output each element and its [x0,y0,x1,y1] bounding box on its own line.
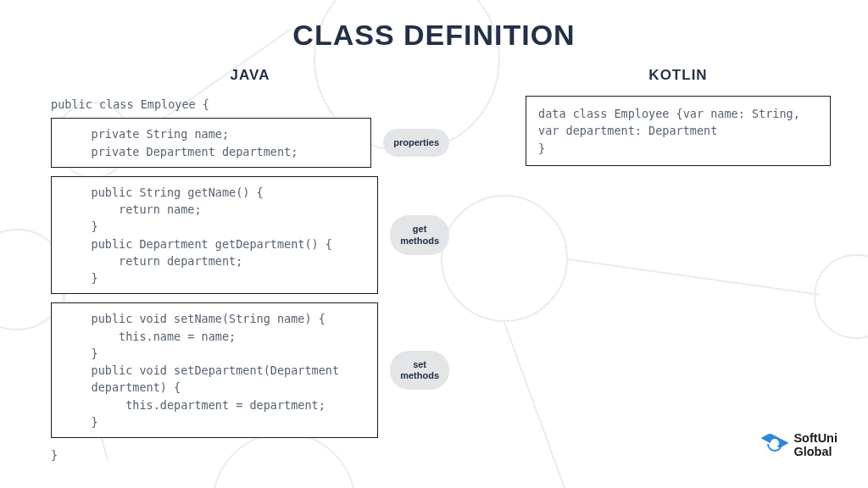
java-heading: JAVA [51,67,449,84]
brand-logo: SoftUni Global [763,432,837,459]
kotlin-code: data class Employee {var name: String, v… [526,96,831,166]
java-column: JAVA public class Employee { private Str… [51,67,449,463]
kotlin-column: KOTLIN data class Employee {var name: St… [526,67,831,166]
java-class-open: public class Employee { [51,96,449,113]
java-properties-row: private String name; private Department … [51,118,449,168]
java-set-code: public void setName(String name) { this.… [51,302,378,438]
java-set-row: public void setName(String name) { this.… [51,302,449,438]
get-methods-label: get methods [390,215,449,254]
graduation-cap-icon [763,435,787,456]
logo-line1: SoftUni [793,432,837,446]
java-get-code: public String getName() { return name; }… [51,176,378,295]
java-class-close: } [51,446,449,463]
properties-label: properties [383,129,449,157]
page-title: CLASS DEFINITION [0,0,868,52]
java-get-row: public String getName() { return name; }… [51,176,449,295]
java-properties-code: private String name; private Department … [51,118,371,168]
set-methods-label: set methods [390,351,449,390]
logo-line2: Global [793,446,837,459]
kotlin-heading: KOTLIN [526,67,831,84]
